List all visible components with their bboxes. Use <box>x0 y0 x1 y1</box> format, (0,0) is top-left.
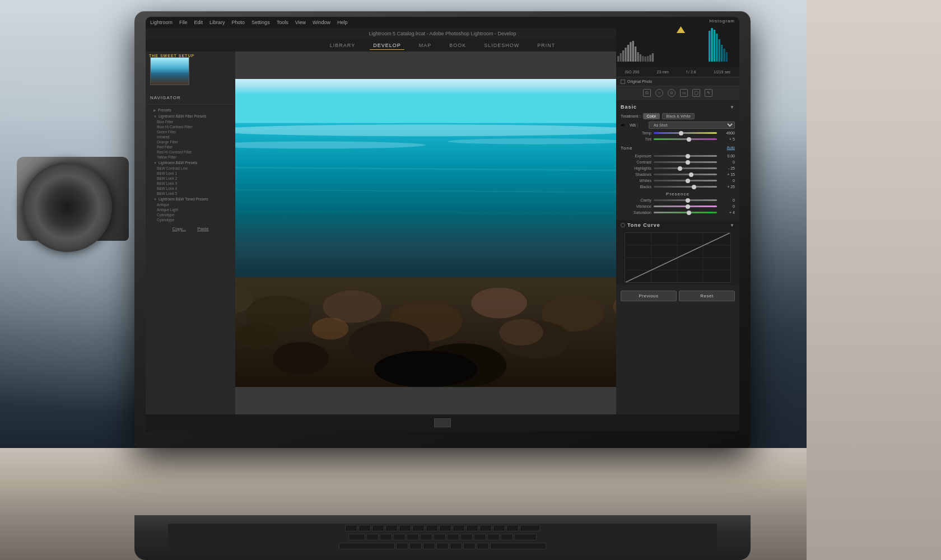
color-button[interactable]: Color <box>643 113 660 119</box>
tone-curve-svg[interactable] <box>625 232 731 283</box>
filmstrip-thumb[interactable] <box>434 418 451 427</box>
key[interactable] <box>514 534 537 540</box>
key[interactable] <box>501 534 513 540</box>
menu-window[interactable]: Window <box>313 20 330 25</box>
vibrance-thumb[interactable] <box>686 204 690 209</box>
exposure-slider[interactable] <box>654 155 717 157</box>
key[interactable] <box>372 525 384 531</box>
key[interactable] <box>345 525 357 531</box>
key[interactable] <box>450 543 462 549</box>
copy-button[interactable]: Copy... <box>172 226 186 231</box>
preset-blue-filter[interactable]: Blue Filter <box>149 119 232 124</box>
key[interactable] <box>490 543 546 549</box>
preset-antique-light[interactable]: Antique Light <box>149 207 232 212</box>
clarity-slider[interactable] <box>654 199 717 201</box>
key[interactable] <box>434 534 446 540</box>
key[interactable] <box>380 534 392 540</box>
key[interactable] <box>358 525 371 531</box>
menu-library[interactable]: Library <box>209 20 225 25</box>
tone-curve-collapse-icon[interactable]: ▼ <box>730 223 735 228</box>
preset-group-toned[interactable]: ▼ Lightroom B&W Toned Presets <box>149 196 232 202</box>
crop-tool[interactable]: ⊡ <box>643 89 651 97</box>
saturation-slider[interactable] <box>654 212 717 213</box>
tab-book[interactable]: BOOK <box>446 41 469 49</box>
menu-file[interactable]: File <box>179 20 188 25</box>
tab-develop[interactable]: DEVELOP <box>370 41 404 50</box>
key[interactable] <box>396 543 408 549</box>
preset-bw-contrast-low[interactable]: B&W Contrast Low <box>149 166 232 171</box>
preset-red-hi[interactable]: Red Hi Contrast Filter <box>149 150 232 155</box>
tab-map[interactable]: MAP <box>416 41 435 49</box>
radial-filter-tool[interactable]: ◯ <box>692 89 700 97</box>
key[interactable] <box>407 534 419 540</box>
preset-antique[interactable]: Antique <box>149 202 232 207</box>
key[interactable] <box>479 525 492 531</box>
tab-library[interactable]: LIBRARY <box>327 41 358 49</box>
preset-blue-hi[interactable]: Blue Hi Contrast Filter <box>149 124 232 129</box>
key[interactable] <box>423 543 435 549</box>
key[interactable] <box>412 525 425 531</box>
menu-settings[interactable]: Settings <box>251 20 270 25</box>
preset-green[interactable]: Green Filter <box>149 129 232 134</box>
saturation-thumb[interactable] <box>687 211 691 215</box>
panel-scroll-area[interactable]: Basic ▼ Treatment : Color Black & White … <box>616 100 739 431</box>
key[interactable] <box>436 543 449 549</box>
redeye-tool[interactable]: ⊙ <box>668 89 676 97</box>
preset-bw-look-1[interactable]: B&W Look 1 <box>149 171 232 176</box>
preset-yellow[interactable]: Yellow Filter <box>149 155 232 160</box>
preset-bw-look-4[interactable]: B&W Look 4 <box>149 186 232 191</box>
contrast-thumb[interactable] <box>686 160 690 165</box>
basic-collapse-icon[interactable]: ▼ <box>730 105 735 110</box>
tint-thumb[interactable] <box>687 137 691 142</box>
preset-cyanotype2[interactable]: Cyanotype <box>149 217 232 222</box>
key[interactable] <box>339 543 395 549</box>
key[interactable] <box>447 534 459 540</box>
tone-curve-toggle[interactable] <box>621 223 625 227</box>
menu-lightroom[interactable]: Lightroom <box>150 20 173 25</box>
original-photo-checkbox[interactable] <box>621 80 625 84</box>
exposure-thumb[interactable] <box>686 154 690 158</box>
shadows-slider[interactable] <box>654 174 717 175</box>
highlights-slider[interactable] <box>654 167 717 169</box>
key[interactable] <box>487 534 500 540</box>
preset-cyanotype[interactable]: Cyanotype <box>149 212 232 217</box>
preset-bw-look-3[interactable]: B&W Look 3 <box>149 181 232 186</box>
whites-thumb[interactable] <box>686 179 690 183</box>
temp-slider[interactable] <box>654 132 717 134</box>
key[interactable] <box>463 543 476 549</box>
key[interactable] <box>520 525 540 531</box>
key[interactable] <box>366 534 379 540</box>
wb-dropdown[interactable]: As Shot <box>649 122 735 129</box>
key[interactable] <box>426 525 438 531</box>
menu-photo[interactable]: Photo <box>232 20 245 25</box>
auto-link[interactable]: Auto <box>727 146 735 150</box>
spot-heal-tool[interactable]: ○ <box>655 89 663 97</box>
eyedropper-icon[interactable]: ✒ <box>621 122 627 129</box>
preset-bw-look-5[interactable]: B&W Look 5 <box>149 191 232 196</box>
tint-slider[interactable] <box>654 138 717 140</box>
preset-infrared[interactable]: Infrared <box>149 134 232 139</box>
key[interactable] <box>393 534 406 540</box>
key[interactable] <box>460 534 473 540</box>
paste-button[interactable]: Paste <box>197 226 208 231</box>
key[interactable] <box>466 525 478 531</box>
key[interactable] <box>420 534 432 540</box>
blacks-slider[interactable] <box>654 186 717 188</box>
preset-red[interactable]: Red Filter <box>149 144 232 150</box>
key[interactable] <box>453 525 465 531</box>
menu-view[interactable]: View <box>295 20 306 25</box>
key[interactable] <box>474 534 486 540</box>
key[interactable] <box>399 525 411 531</box>
blacks-thumb[interactable] <box>692 185 696 189</box>
adjust-brush-tool[interactable]: ✎ <box>705 89 712 97</box>
menu-tools[interactable]: Tools <box>277 20 288 25</box>
key[interactable] <box>506 525 519 531</box>
bw-button[interactable]: Black & White <box>662 113 695 119</box>
clarity-thumb[interactable] <box>686 198 690 203</box>
reset-button[interactable]: Reset <box>679 291 735 301</box>
preset-bw-look-2[interactable]: B&W Look 2 <box>149 176 232 181</box>
menu-edit[interactable]: Edit <box>194 20 203 25</box>
preset-orange[interactable]: Orange Filter <box>149 139 232 144</box>
key[interactable] <box>409 543 422 549</box>
preset-group-bw[interactable]: ▼ Lightroom B&W Presets <box>149 160 232 166</box>
